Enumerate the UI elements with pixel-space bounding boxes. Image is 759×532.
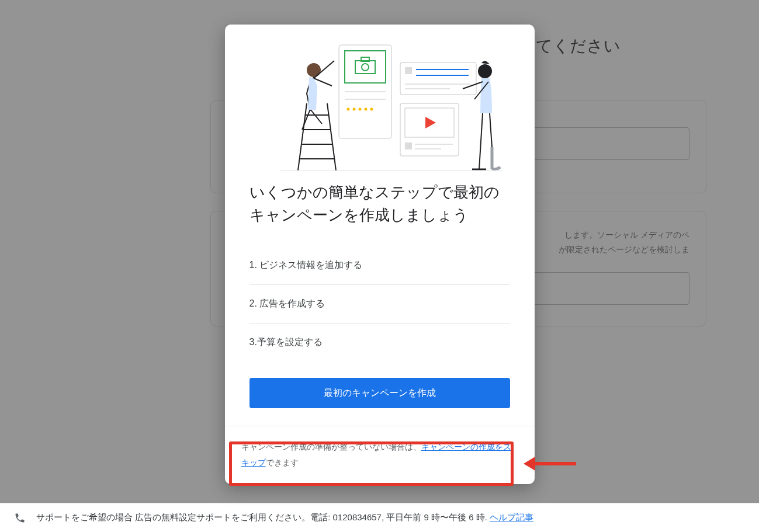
footer-text-before: サポートをご希望の場合 広告の無料設定サポートをご利用ください。電話:: [36, 512, 333, 522]
svg-point-18: [358, 108, 361, 111]
step-3: 3.予算を設定する: [249, 324, 510, 361]
svg-point-20: [370, 108, 373, 111]
svg-point-33: [478, 64, 492, 78]
svg-rect-22: [405, 67, 412, 74]
step-2: 2. 広告を作成する: [249, 285, 510, 324]
modal-body: いくつかの簡単なステップで最初のキャンペーンを作成しましょう 1. ビジネス情報…: [225, 176, 535, 426]
step-1: 1. ビジネス情報を追加する: [249, 246, 510, 285]
skip-text-before: キャンペーン作成の準備が整っていない場合は、: [241, 442, 421, 451]
skip-text-after: できます: [266, 458, 299, 467]
modal-footer: キャンペーン作成の準備が整っていない場合は、キャンペーンの作成をスキップできます: [225, 426, 535, 484]
onboarding-illustration: [225, 25, 535, 176]
svg-point-16: [346, 108, 349, 111]
svg-line-1: [327, 103, 336, 171]
modal-heading: いくつかの簡単なステップで最初のキャンペーンを作成しましょう: [249, 181, 510, 227]
svg-line-0: [298, 103, 307, 171]
help-link[interactable]: ヘルプ記事: [490, 512, 533, 522]
svg-line-37: [490, 113, 492, 147]
page-root: を追加してください 表示されます します。ソーシャル メディアのペ: [0, 0, 759, 532]
svg-line-36: [479, 113, 483, 169]
svg-point-19: [364, 108, 367, 111]
phone-icon: [14, 512, 26, 524]
svg-point-17: [352, 108, 355, 111]
footer-hours: , 平日午前 9 時〜午後 6 時.: [382, 512, 490, 522]
create-first-campaign-button[interactable]: 最初のキャンペーンを作成: [249, 378, 510, 408]
svg-point-6: [307, 63, 321, 77]
svg-rect-30: [405, 142, 412, 149]
footer-text: サポートをご希望の場合 広告の無料設定サポートをご利用ください。電話: 0120…: [36, 512, 533, 523]
onboarding-modal: いくつかの簡単なステップで最初のキャンペーンを作成しましょう 1. ビジネス情報…: [225, 25, 535, 484]
support-footer: サポートをご希望の場合 広告の無料設定サポートをご利用ください。電話: 0120…: [0, 503, 759, 532]
footer-phone: 0120834657: [333, 512, 382, 522]
onboarding-steps: 1. ビジネス情報を追加する 2. 広告を作成する 3.予算を設定する: [249, 246, 510, 361]
